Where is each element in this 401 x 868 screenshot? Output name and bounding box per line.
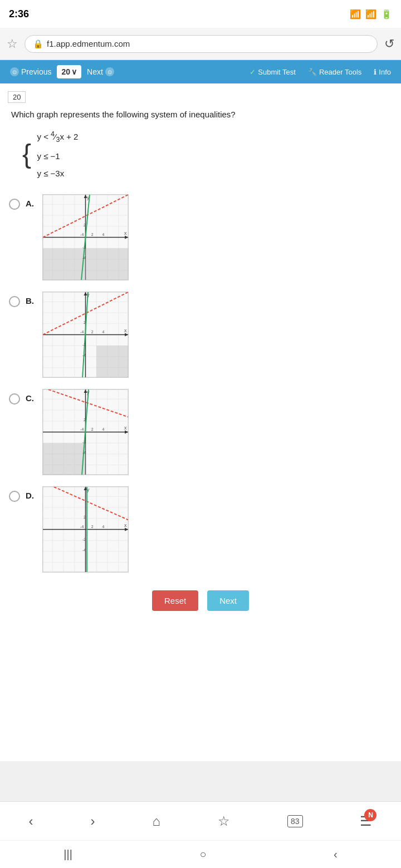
status-time: 2:36 [9,8,29,20]
next-button[interactable]: Next [207,590,249,611]
radio-d[interactable] [9,491,20,502]
submit-label: Submit Test [258,68,296,76]
graph-b: x y -4 2 4 2 -2 -4 [42,292,129,378]
equation-line-1: y < 4⁄3x + 2 [37,128,78,146]
svg-text:-4: -4 [82,256,86,260]
svg-text:2: 2 [84,418,86,422]
choice-label-d: D. [26,491,37,500]
system-back-button[interactable]: ‹ [329,844,342,865]
recents-icon: ||| [63,848,72,860]
equation-lines: y < 4⁄3x + 2 y ≤ −1 y ≤ −3x [37,128,78,181]
next-button-nav[interactable]: Next ⊙ [81,64,120,80]
svg-marker-79 [43,443,86,475]
home-circle-icon: ○ [199,848,206,860]
svg-text:-4: -4 [80,233,84,236]
tabs-button[interactable]: 83 [283,811,307,832]
svg-text:-4: -4 [80,330,84,334]
question-number-selector[interactable]: 20 ∨ [57,65,81,78]
submit-test-button[interactable]: ✓ Submit Test [244,65,301,80]
svg-text:-2: -2 [82,245,86,249]
choice-row-a: A. [0,190,401,287]
info-button[interactable]: ℹ Info [368,65,397,80]
tabs-icon: 83 [287,815,303,827]
graph-d: x y -4 2 4 2 -2 -4 [42,486,129,573]
svg-marker-19 [43,248,128,280]
choice-label-c: C. [26,393,37,403]
status-icons: 📶 📶 🔋 [350,9,392,19]
home-button[interactable]: ⌂ [148,809,165,834]
lock-icon: 🔒 [33,39,43,49]
svg-text:y: y [87,487,90,492]
browser-back-button[interactable]: ‹ [24,809,37,834]
brace-symbol: { [22,139,31,169]
forward-arrow-icon: › [90,813,95,829]
choice-label-a: A. [26,199,37,208]
previous-label: Previous [21,67,51,76]
svg-text:-2: -2 [82,440,86,443]
svg-text:x: x [124,425,127,431]
svg-text:4: 4 [102,233,105,236]
info-label: Info [379,68,391,76]
nav-right: ✓ Submit Test 🔧 Reader Tools ℹ Info [244,65,397,80]
url-box[interactable]: 🔒 f1.app.edmentum.com [25,35,378,53]
reload-icon[interactable]: ↺ [384,37,394,51]
choice-row-d: D. [0,482,401,579]
bottom-nav: ‹ › ⌂ ☆ 83 ☰ N [0,801,401,840]
svg-text:-4: -4 [82,353,86,357]
wifi-icon: 📶 [350,9,361,19]
svg-text:-4: -4 [80,427,84,431]
svg-text:4: 4 [102,525,105,529]
graph-svg-a: x y -4 2 4 2 -2 -4 [43,195,128,280]
next-circle-icon: ⊙ [105,67,114,76]
svg-text:2: 2 [84,223,86,227]
graph-a: x y -4 2 4 2 -2 -4 [42,194,129,280]
radio-a[interactable] [9,199,20,210]
svg-text:2: 2 [84,320,86,324]
url-text: f1.app.edmentum.com [47,39,130,48]
bottom-buttons: Reset Next [0,579,401,622]
status-bar: 2:36 📶 📶 🔋 [0,0,401,28]
reset-button[interactable]: Reset [152,590,198,611]
content-area: 20 Which graph represents the following … [0,83,401,761]
choice-row-c: C. [0,384,401,482]
nav-bar: ⊙ Previous 20 ∨ Next ⊙ ✓ Submit Test 🔧 R… [0,60,401,83]
svg-text:-4: -4 [82,548,86,552]
home-circle-button[interactable]: ○ [195,844,211,865]
svg-text:-4: -4 [82,451,86,455]
bookmark-star-icon[interactable]: ☆ [7,37,18,51]
question-number-tag: 20 [8,91,26,103]
bookmarks-button[interactable]: ☆ [213,809,234,834]
graph-svg-d: x y -4 2 4 2 -2 -4 [43,487,128,572]
radio-c[interactable] [9,393,20,405]
star-outline-icon: ☆ [218,813,230,829]
svg-text:2: 2 [91,427,94,431]
svg-text:4: 4 [102,427,105,431]
menu-button[interactable]: ☰ N [355,809,376,834]
nav-left: ⊙ Previous 20 ∨ Next ⊙ [4,64,120,80]
question-text: Which graph represents the following sys… [0,103,401,124]
notification-badge: N [364,809,376,821]
svg-text:2: 2 [84,515,86,519]
svg-text:y: y [87,292,90,298]
svg-text:x: x [124,328,127,333]
previous-button[interactable]: ⊙ Previous [4,64,57,80]
question-num-value: 20 [61,67,70,76]
equation-line-3: y ≤ −3x [37,166,78,181]
equation-block: { y < 4⁄3x + 2 y ≤ −1 y ≤ −3x [22,128,390,181]
choice-row-b: B. [0,287,401,384]
reader-tools-button[interactable]: 🔧 Reader Tools [302,65,367,80]
svg-text:-2: -2 [82,342,86,346]
graph-svg-c: x y -4 2 4 2 -2 -4 [43,389,128,475]
browser-bar: ☆ 🔒 f1.app.edmentum.com ↺ [0,28,401,60]
recents-button[interactable]: ||| [59,844,77,865]
svg-text:-2: -2 [82,537,86,541]
back-arrow-icon: ‹ [28,813,33,829]
radio-b[interactable] [9,296,20,307]
graph-c: x y -4 2 4 2 -2 -4 [42,389,129,475]
svg-text:2: 2 [91,330,94,334]
svg-text:-4: -4 [80,525,84,529]
graph-svg-b: x y -4 2 4 2 -2 -4 [43,292,128,377]
system-nav: ||| ○ ‹ [0,840,401,868]
equation-line-2: y ≤ −1 [37,149,78,164]
browser-forward-button[interactable]: › [86,809,99,834]
